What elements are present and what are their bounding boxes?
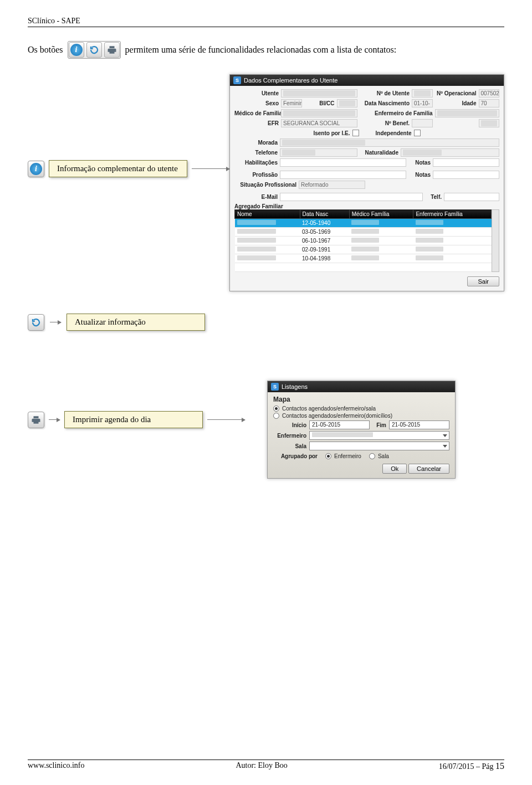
table-row[interactable]: 03-05-1969 [235,228,492,237]
radio-opt1[interactable]: Contactos agendados/enfermeiro/sala [273,406,449,412]
refresh-icon [30,316,42,329]
lbl-n-operacional: Nº Operacional [435,90,477,96]
radio-agr-sala-label: Sala [378,453,389,459]
col-medico: Médico Família [349,210,413,219]
lbl-enfermeiro: Enfermeiro [273,433,306,439]
val-notas1[interactable] [433,158,499,167]
lbl-independente: Independente [376,130,412,136]
table-row[interactable]: 02-09-1991 [235,245,492,254]
lbl-isento: Isento por I.E. [313,130,350,136]
lbl-fim: Fim [372,422,386,428]
app-badge-icon: S [271,383,279,391]
arrow-icon [49,419,60,420]
intro-line: Os botões i permitem uma série de funcio… [28,41,504,59]
val-efr: SEGURANCA SOCIAL [281,119,357,127]
page-footer: www.sclinico.info Autor: Eloy Boo 16/07/… [28,760,504,771]
radio-icon [273,413,279,419]
table-row[interactable]: 12-05-1940 [235,219,492,228]
lbl-n-utente: Nº de Utente [360,90,410,96]
col-enf: Enfermeiro Família [413,210,492,219]
lbl-bicc: BI/CC [304,100,335,106]
refresh-icon [88,44,100,56]
radio-opt2[interactable]: Contactos agendados/enfermeiro(domicílio… [273,413,449,419]
printer-icon [106,44,118,56]
radio-agr-enf-label: Enfermeiro [334,453,361,459]
callout-print: Imprimir agenda do dia [64,411,203,428]
refresh-button[interactable] [86,42,102,58]
ok-button[interactable]: Ok [382,464,407,474]
lbl-data-nasc: Data Nascimento [360,100,410,106]
input-fim[interactable]: 21-05-2015 [389,420,449,429]
select-enfermeiro[interactable] [309,431,449,440]
printer-icon [30,414,42,426]
intro-prefix: Os botões [28,45,63,55]
page-header: SClínico - SAPE [28,17,504,27]
lbl-mapa: Mapa [273,396,449,403]
lbl-sexo: Sexo [234,100,279,106]
app-badge-icon: S [233,76,241,84]
chk-independente[interactable] [414,130,421,136]
callout-info-text: Informação complementar do utente [57,164,178,173]
lbl-telefone: Telefone [234,150,278,156]
radio-icon [325,453,331,459]
info-button-small[interactable]: i [28,161,44,177]
sair-button[interactable]: Sair [467,276,499,286]
lbl-profissao: Profissão [234,172,278,178]
lbl-utente: Utente [234,90,279,96]
callout-refresh-text: Atualizar informação [75,317,146,326]
radio-agr-enf[interactable]: Enfermeiro [325,453,361,459]
val-n-operacional: 007502 [479,89,500,98]
val-profissao[interactable] [280,171,406,179]
col-datanasc: Data Nasc [300,210,349,219]
chk-isento[interactable] [352,130,359,136]
scrollbar[interactable] [492,209,499,272]
val-enf-fam [435,109,500,117]
val-n-utente [412,89,433,98]
refresh-button-small[interactable] [28,314,44,331]
lbl-agregado: Agregado Familiar [234,203,499,209]
footer-site: www.sclinico.info [28,761,85,771]
arrow-icon [50,322,61,322]
input-inicio[interactable]: 21-05-2015 [309,420,370,429]
listagens-window: S Listagens Mapa Contactos agendados/enf… [267,381,456,479]
intro-suffix: permitem uma série de funcionalidades re… [125,45,397,55]
radio-icon [369,453,375,459]
print-button-small[interactable] [28,412,44,428]
radio-icon [273,406,279,412]
info-icon: i [70,44,83,56]
print-button[interactable] [104,42,120,58]
info-icon: i [30,163,42,175]
callout-info: Informação complementar do utente [49,160,187,177]
radio-agr-sala[interactable]: Sala [369,453,389,459]
dados-window: S Dados Complementares do Utente Utente … [229,74,504,291]
val-telf[interactable] [444,193,499,201]
toolbar-button-group: i [68,41,121,59]
select-sala[interactable] [309,442,449,450]
radio-opt2-label: Contactos agendados/enfermeiro(domicílio… [282,413,392,419]
val-email[interactable] [280,193,423,201]
val-habilitacoes[interactable] [280,158,406,167]
val-situacao: Reformado [299,181,365,189]
table-row[interactable]: 10-04-1998 [235,254,492,263]
lbl-medico-fam: Médico de Familia [234,110,279,116]
lbl-efr: EFR [234,120,279,126]
lbl-agrupado: Agrupado por [273,453,318,459]
val-utente [281,89,357,98]
info-button[interactable]: i [69,42,84,58]
table-row[interactable] [235,263,492,272]
val-data-nasc: 01-10-1944 [412,99,433,107]
cancel-button[interactable]: Cancelar [408,464,449,474]
val-n-benef2 [479,119,500,127]
val-morada [280,138,499,147]
arrow-icon [192,168,229,169]
lbl-email: E-Mail [234,194,278,200]
col-nome: Nome [235,210,300,219]
arrow-icon [207,419,245,420]
val-notas2[interactable] [433,171,499,179]
val-bicc [337,99,358,107]
page-number: 15 [495,761,504,771]
val-medico-fam [281,109,357,117]
table-row[interactable]: 06-10-1967 [235,237,492,245]
val-naturalidade [401,148,499,157]
val-n-benef [412,119,433,127]
